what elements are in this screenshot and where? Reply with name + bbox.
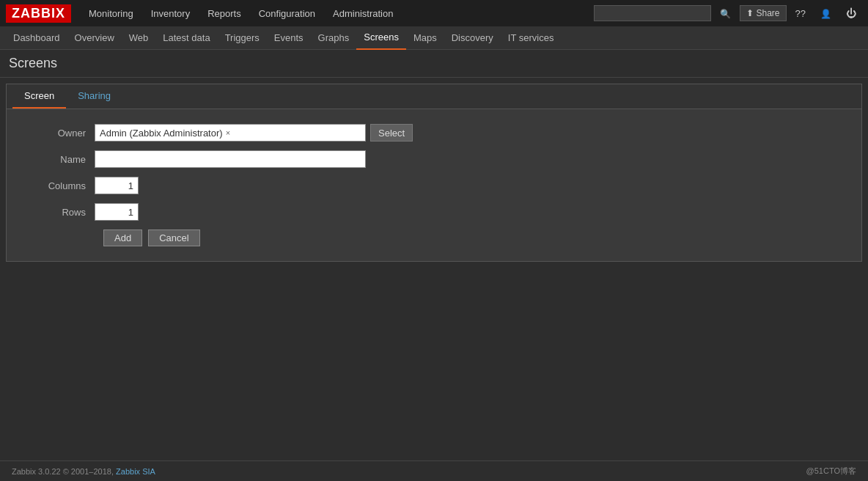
footer-right: @51CTO博客 — [806, 466, 856, 477]
help-button[interactable]: ? — [790, 5, 812, 22]
power-icon — [846, 7, 856, 19]
add-button[interactable]: Add — [103, 230, 142, 246]
share-icon — [746, 8, 754, 18]
select-button[interactable]: Select — [370, 124, 413, 142]
footer-left: Zabbix 3.0.22 © 2001–2018, Zabbix SIA — [12, 467, 155, 476]
nav-configuration[interactable]: Configuration — [250, 0, 324, 26]
columns-label: Columns — [21, 180, 95, 191]
owner-remove-icon[interactable]: × — [226, 128, 230, 137]
subnav-it-services[interactable]: IT services — [501, 26, 562, 50]
form-area: Owner Admin (Zabbix Administrator) × Sel… — [7, 109, 861, 261]
subnav-discovery[interactable]: Discovery — [444, 26, 501, 50]
subnav-dashboard[interactable]: Dashboard — [6, 26, 67, 50]
owner-field: Admin (Zabbix Administrator) × — [95, 124, 366, 142]
zabbix-logo: ZABBIX — [6, 4, 71, 23]
name-row: Name — [21, 150, 847, 168]
subnav-overview[interactable]: Overview — [67, 26, 122, 50]
cancel-button[interactable]: Cancel — [148, 230, 199, 246]
columns-input[interactable] — [95, 177, 139, 194]
user-icon — [820, 8, 831, 19]
nav-reports[interactable]: Reports — [199, 0, 250, 26]
footer-link[interactable]: Zabbix SIA — [116, 467, 155, 476]
search-icon-btn[interactable] — [714, 5, 737, 22]
share-button[interactable]: Share — [740, 5, 787, 21]
search-input[interactable] — [594, 5, 711, 21]
content-panel: Screen Sharing Owner Admin (Zabbix Admin… — [6, 84, 862, 262]
owner-label: Owner — [21, 128, 95, 139]
user-button[interactable] — [814, 5, 837, 22]
subnav-maps[interactable]: Maps — [406, 26, 444, 50]
tab-sharing[interactable]: Sharing — [66, 84, 122, 109]
top-nav-right: Share ? — [594, 4, 863, 22]
subnav-web[interactable]: Web — [122, 26, 156, 50]
footer-text: Zabbix 3.0.22 © 2001–2018, — [12, 467, 114, 476]
power-button[interactable] — [840, 4, 862, 22]
help-icon: ? — [795, 8, 806, 19]
share-label: Share — [757, 8, 780, 18]
rows-row: Rows — [21, 203, 847, 221]
footer: Zabbix 3.0.22 © 2001–2018, Zabbix SIA @5… — [0, 460, 868, 481]
columns-row: Columns — [21, 177, 847, 194]
subnav-graphs[interactable]: Graphs — [311, 26, 357, 50]
owner-tag: Admin (Zabbix Administrator) × — [100, 128, 230, 139]
subnav-events[interactable]: Events — [267, 26, 311, 50]
nav-inventory[interactable]: Inventory — [142, 0, 199, 26]
name-label: Name — [21, 154, 95, 165]
name-input[interactable] — [95, 150, 366, 168]
content-tabs: Screen Sharing — [7, 84, 861, 109]
page-title: Screens — [0, 50, 868, 78]
subnav-latest-data[interactable]: Latest data — [155, 26, 217, 50]
top-navbar: ZABBIX Monitoring Inventory Reports Conf… — [0, 0, 868, 26]
subnav-screens[interactable]: Screens — [356, 26, 406, 50]
search-icon — [720, 8, 731, 19]
nav-monitoring[interactable]: Monitoring — [80, 0, 142, 26]
owner-value: Admin (Zabbix Administrator) — [100, 128, 223, 139]
tab-screen[interactable]: Screen — [12, 84, 66, 109]
nav-administration[interactable]: Administration — [324, 0, 402, 26]
rows-label: Rows — [21, 207, 95, 218]
sub-navbar: Dashboard Overview Web Latest data Trigg… — [0, 26, 868, 50]
form-buttons: Add Cancel — [21, 230, 847, 246]
owner-row: Owner Admin (Zabbix Administrator) × Sel… — [21, 124, 847, 142]
subnav-triggers[interactable]: Triggers — [218, 26, 267, 50]
rows-input[interactable] — [95, 203, 139, 221]
